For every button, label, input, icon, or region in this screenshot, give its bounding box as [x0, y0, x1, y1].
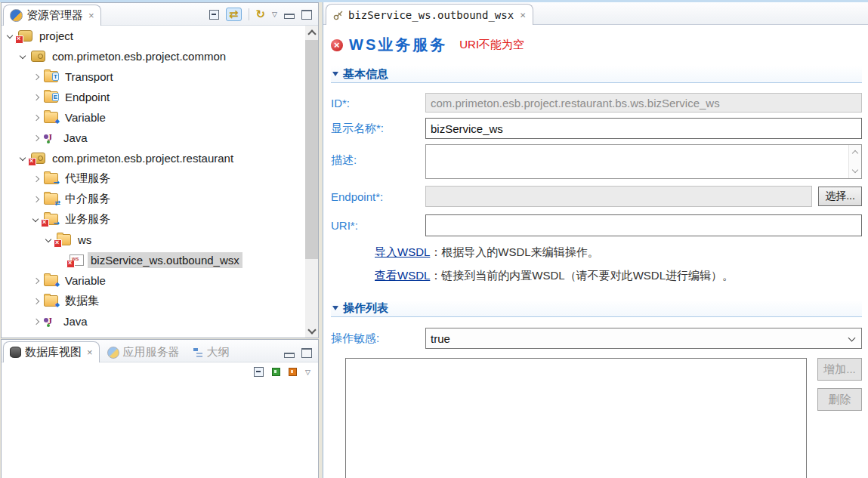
expand-toggle-icon[interactable]: [30, 112, 42, 124]
close-icon[interactable]: ×: [87, 347, 93, 357]
display-name-field[interactable]: [425, 118, 862, 139]
collapse-toggle-icon[interactable]: [17, 51, 29, 63]
view-menu-icon[interactable]: ▽: [272, 11, 277, 18]
link-separator: ：: [430, 269, 441, 282]
expand-toggle-icon[interactable]: [30, 193, 42, 205]
scroll-down-icon[interactable]: [305, 325, 318, 338]
section-operation-list[interactable]: 操作列表: [331, 300, 862, 317]
operation-sensitive-select[interactable]: true: [425, 328, 862, 349]
view-menu-icon[interactable]: ▽: [305, 369, 310, 376]
tree-item-bizservice-file[interactable]: bizService_ws.outbound_wsx: [2, 250, 305, 270]
database-icon: [10, 347, 21, 358]
app-server-icon: [107, 347, 119, 359]
expand-toggle-icon[interactable]: [30, 173, 42, 185]
tree-item-ws-folder[interactable]: ws: [2, 230, 305, 250]
refresh-icon[interactable]: ↻: [256, 8, 266, 20]
tree-item-variable-common[interactable]: Variable: [2, 107, 305, 128]
tree-item-java-common[interactable]: Java: [2, 128, 305, 148]
tree-scrollbar[interactable]: [305, 26, 318, 338]
tree-item-endpoint[interactable]: Endpoint: [2, 87, 305, 107]
scroll-up-icon[interactable]: [305, 26, 318, 39]
bottom-panel: 数据库视图 × 应用服务器 大纲 ▽: [1, 339, 319, 478]
tree-item-label: Variable: [62, 109, 109, 125]
editor-area: bizService_ws.outbound_wsx × WS业务服务 URI不…: [323, 2, 868, 478]
tree-item-proxy-services[interactable]: 代理服务: [2, 168, 305, 189]
description-field[interactable]: [425, 144, 862, 179]
tree-item-project[interactable]: project: [2, 26, 305, 46]
view-tab-outline[interactable]: 大纲: [187, 342, 236, 362]
expand-toggle-icon[interactable]: [30, 132, 42, 144]
editor-tab[interactable]: bizService_ws.outbound_wsx ×: [326, 4, 533, 25]
import-wsdl-link[interactable]: 导入WSDL: [375, 245, 430, 258]
folder-e-icon: [44, 91, 58, 103]
minimize-icon[interactable]: [284, 353, 295, 358]
service-plug-icon: [333, 10, 344, 20]
validation-error-text: URI不能为空: [459, 38, 524, 52]
folder-icon: [57, 234, 71, 245]
link-with-editor-icon[interactable]: ⇄: [226, 8, 242, 21]
package-icon: [31, 51, 45, 62]
tree-item-label: project: [36, 28, 76, 44]
minimize-icon[interactable]: [284, 14, 295, 19]
folder-var-icon: [44, 275, 58, 286]
tree-item-label: 中介服务: [62, 190, 113, 208]
expand-toggle-icon[interactable]: [30, 275, 42, 287]
tree-item-label: 业务服务: [62, 211, 113, 228]
view-tab-database[interactable]: 数据库视图 ×: [3, 341, 100, 362]
folder-proxy-icon: [44, 173, 58, 184]
tree-item-biz-services[interactable]: 业务服务: [2, 209, 305, 230]
tree-item-mediation-services[interactable]: 中介服务: [2, 189, 305, 209]
scrollbar-thumb[interactable]: [305, 40, 318, 259]
description-scrollbar[interactable]: [848, 145, 861, 178]
wsfile-icon: [70, 254, 84, 266]
tree-item-label: 代理服务: [62, 170, 113, 187]
close-icon[interactable]: ×: [520, 10, 526, 20]
expand-toggle-icon[interactable]: [30, 71, 42, 83]
project-icon: [18, 30, 32, 42]
tree-item-variable-restaurant[interactable]: Variable: [2, 270, 305, 291]
tree-item-common[interactable]: com.primeton.esb.project.common: [2, 46, 305, 66]
disconnect-icon[interactable]: [289, 368, 297, 376]
package-icon: [31, 153, 45, 164]
error-overlay-icon: [15, 35, 23, 44]
tree-item-dataset[interactable]: 数据集: [2, 291, 305, 311]
close-icon[interactable]: ×: [88, 11, 94, 20]
view-wsdl-link[interactable]: 查看WSDL: [375, 269, 430, 282]
view-tab-label: 应用服务器: [123, 345, 180, 359]
operation-list-box[interactable]: [345, 358, 807, 478]
expand-toggle-icon[interactable]: [30, 91, 42, 103]
add-operation-button[interactable]: 增加...: [817, 358, 862, 381]
error-icon: [331, 39, 343, 51]
maximize-icon[interactable]: [301, 348, 312, 358]
delete-operation-button[interactable]: 删除: [817, 388, 862, 411]
tree-item-label: Java: [60, 130, 91, 146]
collapse-all-icon[interactable]: [254, 367, 264, 377]
view-tab-app-server[interactable]: 应用服务器: [101, 342, 186, 362]
section-collapse-icon[interactable]: [332, 72, 338, 76]
tree-item-label: Endpoint: [62, 89, 113, 105]
section-collapse-icon[interactable]: [332, 306, 338, 310]
uri-field[interactable]: [425, 214, 862, 236]
tree-item-restaurant[interactable]: com.primeton.esb.project.restaurant: [2, 148, 305, 168]
endpoint-select-button[interactable]: 选择...: [818, 187, 862, 206]
section-title: 操作列表: [343, 301, 388, 316]
folder-var-icon: [44, 295, 58, 307]
expand-toggle-icon[interactable]: [30, 295, 42, 307]
tree-item-transport[interactable]: Transport: [2, 66, 305, 87]
view-tab-label: 数据库视图: [25, 345, 82, 359]
import-wsdl-desc: 根据导入的WSDL来编辑操作。: [441, 245, 598, 258]
tree-item-java-restaurant[interactable]: Java: [2, 311, 305, 332]
expand-toggle-icon[interactable]: [30, 316, 42, 328]
section-basic-info[interactable]: 基本信息: [331, 66, 862, 83]
view-tab-explorer[interactable]: 资源管理器 ×: [3, 5, 101, 26]
connect-icon[interactable]: [272, 368, 280, 376]
maximize-icon[interactable]: [301, 10, 312, 20]
selected-value: true: [431, 332, 450, 345]
collapse-all-icon[interactable]: [209, 10, 219, 20]
java-icon: [44, 316, 57, 326]
editor-tab-label: bizService_ws.outbound_wsx: [348, 9, 514, 21]
explorer-icon: [10, 9, 23, 22]
editor-tabbar: bizService_ws.outbound_wsx ×: [323, 2, 868, 25]
editor-form: WS业务服务 URI不能为空 基本信息 ID*: 显示名称*: 描述: Endp…: [323, 25, 868, 478]
bottom-tabbar: 数据库视图 × 应用服务器 大纲: [2, 340, 318, 362]
